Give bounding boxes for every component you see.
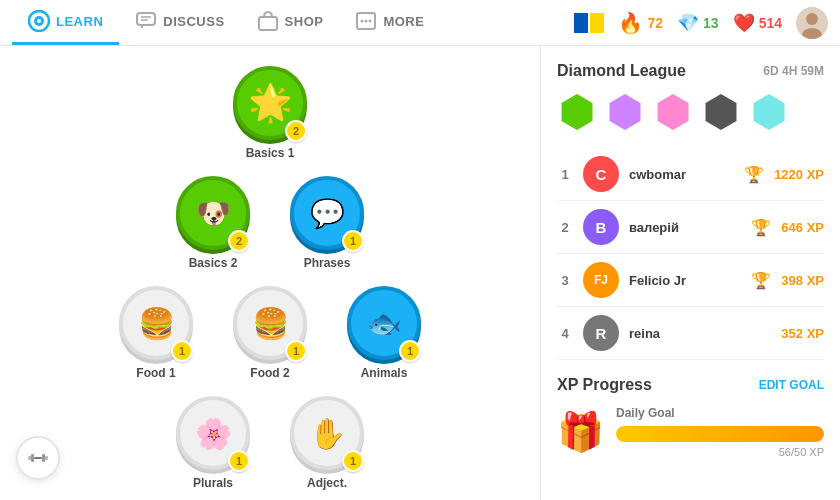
league-timer: 6D 4H 59M: [763, 64, 824, 78]
gem-count: 13: [703, 15, 719, 31]
lesson-row-4: 🌸 1 Plurals ✋ 1 Adject.: [176, 396, 364, 490]
league-icons: [557, 92, 824, 132]
xp-edit-goal[interactable]: EDIT GOAL: [759, 378, 824, 392]
gem-pink: [653, 92, 693, 132]
player-flag-2: 🏆: [751, 218, 771, 237]
rank-1: 1: [557, 167, 573, 182]
node-food2[interactable]: 🍔 1 Food 2: [233, 286, 307, 380]
leaderboard-item-2[interactable]: 2 В валерій 🏆 646 XP: [557, 201, 824, 254]
rank-4: 4: [557, 326, 573, 341]
badge-plurals: 1: [228, 450, 250, 472]
leaderboard-item-1[interactable]: 1 C cwbomar 🏆 1220 XP: [557, 148, 824, 201]
avatar-2: В: [583, 209, 619, 245]
player-name-3: Felicio Jr: [629, 273, 741, 288]
badge-basics1: 2: [285, 120, 307, 142]
player-xp-2: 646 XP: [781, 220, 824, 235]
right-sidebar: Diamond League 6D 4H 59M: [540, 46, 840, 500]
leaderboard: 1 C cwbomar 🏆 1220 XP 2 В валерій 🏆 646 …: [557, 148, 824, 360]
shop-icon: [257, 10, 279, 32]
flag-yellow: [590, 13, 604, 33]
nav-more[interactable]: MORE: [339, 0, 440, 45]
svg-rect-3: [137, 13, 155, 25]
player-xp-1: 1220 XP: [774, 167, 824, 182]
avatar-1: C: [583, 156, 619, 192]
gem-dark: [701, 92, 741, 132]
user-avatar[interactable]: [796, 7, 828, 39]
node-emoji-food1: 🍔: [138, 306, 175, 341]
nav-learn-label: LEARN: [56, 14, 103, 29]
svg-rect-16: [31, 454, 34, 462]
svg-point-10: [369, 20, 372, 23]
stat-gems[interactable]: 💎 13: [677, 12, 719, 34]
node-circle-basics1: 🌟 2: [233, 66, 307, 140]
gem-green: [557, 92, 597, 132]
leaderboard-item-4[interactable]: 4 R reina 352 XP: [557, 307, 824, 360]
node-label-plurals: Plurals: [193, 476, 233, 490]
nav-discuss-label: DISCUSS: [163, 14, 224, 29]
stat-streak[interactable]: 🔥 72: [618, 11, 663, 35]
flame-icon: 🔥: [618, 11, 643, 35]
player-xp-3: 398 XP: [781, 273, 824, 288]
player-name-2: валерій: [629, 220, 741, 235]
xp-count: 56/50 XP: [616, 446, 824, 458]
node-label-adjectives: Adject.: [307, 476, 347, 490]
stat-hearts[interactable]: ❤️ 514: [733, 12, 782, 34]
avatar-4: R: [583, 315, 619, 351]
nav-stats: 🔥 72 💎 13 ❤️ 514: [574, 7, 828, 39]
badge-basics2: 2: [228, 230, 250, 252]
top-nav: LEARN DISCUSS SHOP: [0, 0, 840, 46]
stat-flag[interactable]: [574, 13, 604, 33]
player-name-1: cwbomar: [629, 167, 734, 182]
badge-food1: 1: [171, 340, 193, 362]
streak-count: 72: [647, 15, 663, 31]
node-emoji-adjectives: ✋: [309, 416, 346, 451]
player-flag-1: 🏆: [744, 165, 764, 184]
more-icon: [355, 10, 377, 32]
league-title: Diamond League: [557, 62, 686, 80]
node-circle-food1: 🍔 1: [119, 286, 193, 360]
nav-learn[interactable]: LEARN: [12, 0, 119, 45]
node-emoji-basics1: 🌟: [248, 82, 293, 124]
node-food1[interactable]: 🍔 1 Food 1: [119, 286, 193, 380]
node-animals[interactable]: 🐟 1 Animals: [347, 286, 421, 380]
svg-rect-18: [34, 457, 42, 459]
node-circle-plurals: 🌸 1: [176, 396, 250, 470]
heart-count: 514: [759, 15, 782, 31]
svg-point-12: [806, 13, 818, 25]
league-card: Diamond League 6D 4H 59M: [557, 62, 824, 360]
node-basics1[interactable]: 🌟 2 Basics 1: [233, 66, 307, 160]
flag-blue: [574, 13, 588, 33]
lesson-row-3: 🍔 1 Food 1 🍔 1 Food 2 🐟 1 Animals: [119, 286, 421, 380]
node-label-basics2: Basics 2: [189, 256, 238, 270]
leaderboard-item-3[interactable]: 3 FJ Felicio Jr 🏆 398 XP: [557, 254, 824, 307]
node-emoji-plurals: 🌸: [195, 416, 232, 451]
svg-rect-6: [259, 17, 277, 30]
main-content: 🌟 2 Basics 1 🐶 2 Basics 2 💬 1: [0, 46, 840, 500]
node-circle-basics2: 🐶 2: [176, 176, 250, 250]
node-adjectives[interactable]: ✋ 1 Adject.: [290, 396, 364, 490]
node-label-food1: Food 1: [136, 366, 175, 380]
node-plurals[interactable]: 🌸 1 Plurals: [176, 396, 250, 490]
node-label-basics1: Basics 1: [246, 146, 295, 160]
node-label-food2: Food 2: [250, 366, 289, 380]
strength-button[interactable]: [16, 436, 60, 480]
node-circle-phrases: 💬 1: [290, 176, 364, 250]
gem-purple: [605, 92, 645, 132]
node-basics2[interactable]: 🐶 2 Basics 2: [176, 176, 250, 270]
lesson-row-2: 🐶 2 Basics 2 💬 1 Phrases: [176, 176, 364, 270]
xp-content: 🎁 Daily Goal 56/50 XP: [557, 406, 824, 458]
player-xp-4: 352 XP: [781, 326, 824, 341]
svg-point-8: [361, 20, 364, 23]
gem-icon: 💎: [677, 12, 699, 34]
svg-point-2: [37, 19, 41, 23]
nav-shop[interactable]: SHOP: [241, 0, 340, 45]
badge-phrases: 1: [342, 230, 364, 252]
xp-bar-fill: [616, 426, 824, 442]
lesson-row-1: 🌟 2 Basics 1: [233, 66, 307, 160]
nav-discuss[interactable]: DISCUSS: [119, 0, 240, 45]
node-phrases[interactable]: 💬 1 Phrases: [290, 176, 364, 270]
xp-header: XP Progress EDIT GOAL: [557, 376, 824, 394]
node-label-phrases: Phrases: [304, 256, 351, 270]
avatar-3: FJ: [583, 262, 619, 298]
xp-chest-icon: 🎁: [557, 410, 604, 454]
